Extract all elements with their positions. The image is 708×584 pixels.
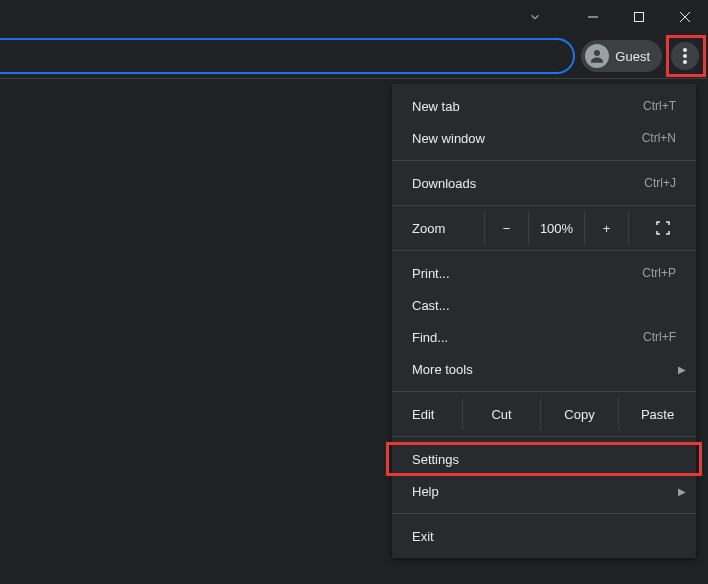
menu-label: More tools [412, 362, 473, 377]
zoom-out-button[interactable]: − [484, 212, 528, 244]
menu-shortcut: Ctrl+P [642, 266, 676, 280]
svg-point-7 [683, 60, 687, 64]
menu-item-more-tools[interactable]: More tools ▶ [392, 353, 696, 385]
cut-button[interactable]: Cut [462, 398, 540, 430]
submenu-arrow-icon: ▶ [678, 364, 686, 375]
menu-shortcut: Ctrl+N [642, 131, 676, 145]
copy-button[interactable]: Copy [540, 398, 618, 430]
menu-label: Print... [412, 266, 450, 281]
kebab-icon [683, 48, 687, 64]
customize-menu-button[interactable] [671, 42, 699, 70]
menu-separator [392, 205, 696, 206]
zoom-label: Zoom [392, 221, 484, 236]
menu-separator [392, 436, 696, 437]
tab-search-dropdown[interactable] [512, 0, 558, 34]
paste-button[interactable]: Paste [618, 398, 696, 430]
menu-item-find[interactable]: Find... Ctrl+F [392, 321, 696, 353]
fullscreen-button[interactable] [628, 212, 696, 244]
menu-label: Help [412, 484, 439, 499]
menu-label: Downloads [412, 176, 476, 191]
menu-item-downloads[interactable]: Downloads Ctrl+J [392, 167, 696, 199]
menu-label: Exit [412, 529, 434, 544]
address-bar[interactable] [0, 38, 575, 74]
maximize-icon [634, 12, 644, 22]
close-icon [680, 12, 690, 22]
profile-chip[interactable]: Guest [581, 40, 662, 72]
menu-shortcut: Ctrl+T [643, 99, 676, 113]
svg-rect-1 [635, 13, 644, 22]
menu-label: Find... [412, 330, 448, 345]
guest-avatar-icon [588, 47, 606, 65]
menu-separator [392, 250, 696, 251]
menu-separator [392, 160, 696, 161]
profile-label: Guest [615, 49, 650, 64]
menu-label: New window [412, 131, 485, 146]
menu-item-zoom: Zoom − 100% + [392, 212, 696, 244]
menu-label: Settings [412, 452, 459, 467]
menu-shortcut: Ctrl+J [644, 176, 676, 190]
menu-shortcut: Ctrl+F [643, 330, 676, 344]
submenu-arrow-icon: ▶ [678, 486, 686, 497]
menu-item-cast[interactable]: Cast... [392, 289, 696, 321]
svg-point-6 [683, 54, 687, 58]
window-titlebar [0, 0, 708, 34]
menu-separator [392, 391, 696, 392]
menu-item-new-tab[interactable]: New tab Ctrl+T [392, 90, 696, 122]
zoom-in-button[interactable]: + [584, 212, 628, 244]
svg-point-4 [594, 50, 600, 56]
close-button[interactable] [662, 0, 708, 34]
menu-item-settings[interactable]: Settings [392, 443, 696, 475]
avatar [585, 44, 609, 68]
browser-toolbar: Guest [0, 34, 708, 78]
menu-item-help[interactable]: Help ▶ [392, 475, 696, 507]
zoom-level: 100% [528, 212, 584, 244]
maximize-button[interactable] [616, 0, 662, 34]
menu-label: Cast... [412, 298, 450, 313]
menu-item-exit[interactable]: Exit [392, 520, 696, 552]
fullscreen-icon [656, 221, 670, 235]
svg-point-5 [683, 48, 687, 52]
chevron-down-icon [528, 10, 542, 24]
toolbar-separator [0, 78, 708, 79]
chrome-main-menu: New tab Ctrl+T New window Ctrl+N Downloa… [392, 84, 696, 558]
minimize-icon [588, 12, 598, 22]
menu-separator [392, 513, 696, 514]
menu-item-edit: Edit Cut Copy Paste [392, 398, 696, 430]
minimize-button[interactable] [570, 0, 616, 34]
menu-item-print[interactable]: Print... Ctrl+P [392, 257, 696, 289]
menu-item-new-window[interactable]: New window Ctrl+N [392, 122, 696, 154]
menu-label: New tab [412, 99, 460, 114]
edit-label: Edit [392, 407, 462, 422]
